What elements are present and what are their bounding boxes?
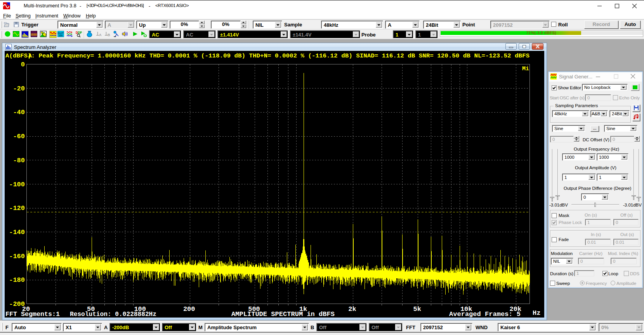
svg-text:Averaged Frames: 5: Averaged Frames: 5 <box>449 311 521 318</box>
svg-text:Mi: Mi <box>522 66 529 72</box>
svg-text:B: B <box>108 33 110 37</box>
svg-text:-100: -100 <box>9 181 25 188</box>
svg-text:2k: 2k <box>348 305 356 313</box>
svg-text:-120: -120 <box>9 205 25 212</box>
svg-text:-60: -60 <box>13 133 25 140</box>
svg-text:FFT Segments:1: FFT Segments:1 <box>5 311 60 318</box>
svg-text:Resolution: 0.0228882Hz: Resolution: 0.0228882Hz <box>70 311 156 318</box>
svg-text:5k: 5k <box>413 305 421 313</box>
svg-text:-140: -140 <box>9 229 25 236</box>
svg-text:-180: -180 <box>9 276 25 284</box>
svg-text:888: 888 <box>31 33 37 37</box>
svg-text:A: A <box>99 33 102 37</box>
svg-text:A(dBFS): Peak Frequency= 1.00: A(dBFS): Peak Frequency= 1.0000160 kHz T… <box>5 52 529 59</box>
svg-text:000: 000 <box>59 34 63 37</box>
svg-text:Hz: Hz <box>533 309 540 317</box>
svg-text:-20: -20 <box>13 85 25 92</box>
svg-text:P: P <box>80 31 82 35</box>
svg-text:0: 0 <box>21 61 25 68</box>
svg-text:-80: -80 <box>13 157 25 164</box>
svg-text:AMPLITUDE SPECTRUM in dBFS: AMPLITUDE SPECTRUM in dBFS <box>231 311 335 318</box>
svg-text:A: A <box>28 52 32 59</box>
svg-text:200: 200 <box>183 305 195 313</box>
svg-text:-160: -160 <box>9 253 25 260</box>
svg-text:-40: -40 <box>13 109 25 116</box>
